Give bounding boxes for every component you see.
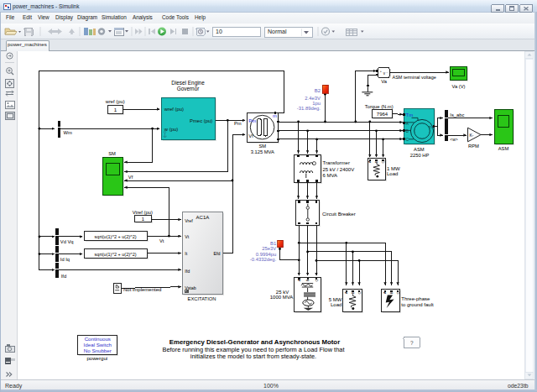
svg-text:powergui: powergui <box>86 355 107 361</box>
svg-text:3.125 MVA: 3.125 MVA <box>251 149 274 154</box>
svg-text:Vt: Vt <box>159 238 164 243</box>
svg-text:m: m <box>429 125 432 129</box>
svg-text:Pm: Pm <box>248 118 256 123</box>
svg-text:No Snubber: No Snubber <box>84 348 112 353</box>
svg-text:A: A <box>383 291 388 294</box>
svg-text:ASM: ASM <box>498 146 509 151</box>
svg-text:<w>: <w> <box>450 137 458 142</box>
svg-text:ASM terminal voltage: ASM terminal voltage <box>393 75 436 80</box>
svg-text:Id Iq: Id Iq <box>60 257 70 262</box>
svg-text:Torque (N.m): Torque (N.m) <box>365 104 394 109</box>
svg-text:Emergency Diesel-Generator and: Emergency Diesel-Generator and Asynchron… <box>169 338 340 346</box>
svg-text:A: A <box>297 279 301 281</box>
svg-text:Vf: Vf <box>248 133 253 139</box>
svg-text:B: B <box>389 291 394 294</box>
svg-text:Load: Load <box>387 171 398 176</box>
svg-text:SM: SM <box>108 151 116 156</box>
svg-text:Vtref (pu): Vtref (pu) <box>133 210 153 215</box>
svg-text:C: C <box>381 160 385 163</box>
svg-text:to ground fault: to ground fault <box>401 302 434 307</box>
svg-text:6 MVA: 6 MVA <box>323 173 338 178</box>
svg-text:K-: K- <box>470 133 474 138</box>
svg-text:1 MW: 1 MW <box>387 166 400 171</box>
svg-text:Ifd: Ifd <box>61 274 66 279</box>
svg-text:C: C <box>357 291 362 294</box>
svg-text:C: C <box>396 291 400 294</box>
svg-text:w (pu): w (pu) <box>164 127 178 132</box>
svg-text:C: C <box>315 279 319 281</box>
svg-text:Tm: Tm <box>406 112 414 118</box>
svg-text:-31.89deg.: -31.89deg. <box>297 106 321 111</box>
svg-text:2250 HP: 2250 HP <box>410 153 430 158</box>
svg-text:5 MW: 5 MW <box>329 297 342 302</box>
svg-text:EXCITATION: EXCITATION <box>188 296 216 301</box>
svg-text:1000 MVA: 1000 MVA <box>270 295 294 300</box>
svg-text:Pmec (pu): Pmec (pu) <box>190 118 212 123</box>
svg-text:sqrt(u(1)^2 + u(2)^2): sqrt(u(1)^2 + u(2)^2) <box>95 252 137 257</box>
svg-text:Is_abc: Is_abc <box>450 112 464 118</box>
svg-text:RPM: RPM <box>468 144 479 149</box>
svg-text:25 kV: 25 kV <box>276 290 289 295</box>
svg-text:Vf: Vf <box>128 175 133 180</box>
svg-text:sqrt(u(1)^2 + u(2)^2): sqrt(u(1)^2 + u(2)^2) <box>95 234 137 239</box>
svg-text:initializes the model to start: initializes the model to start from stea… <box>190 353 316 360</box>
svg-text:B: B <box>351 291 355 294</box>
svg-text:1: 1 <box>114 107 117 112</box>
svg-text:Vd Vq: Vd Vq <box>60 239 74 244</box>
svg-text:Transformer: Transformer <box>323 160 350 165</box>
svg-text:wref (pu): wref (pu) <box>105 99 125 104</box>
svg-text:B: B <box>406 129 409 133</box>
svg-text:AC1A: AC1A <box>196 215 210 220</box>
svg-text:B: B <box>374 160 378 163</box>
svg-text:7964: 7964 <box>377 112 388 117</box>
svg-text:+: + <box>380 69 383 73</box>
svg-text:B: B <box>305 279 310 281</box>
svg-text:Three-phase: Three-phase <box>401 296 430 301</box>
svg-text:?: ? <box>410 340 414 346</box>
svg-text:SM: SM <box>258 144 266 149</box>
svg-text:It: It <box>185 251 187 256</box>
svg-text:Not implemented: Not implemented <box>123 287 161 292</box>
svg-text:Circuit Breaker: Circuit Breaker <box>322 212 356 217</box>
svg-text:ASM: ASM <box>414 147 425 152</box>
svg-text:0.9994pu: 0.9994pu <box>256 252 277 257</box>
svg-text:Wm: Wm <box>64 130 72 135</box>
svg-text:B2: B2 <box>315 88 321 93</box>
svg-text:1: 1 <box>142 217 144 222</box>
svg-text:-0.4332deg.: -0.4332deg. <box>250 257 277 262</box>
svg-text:wref (pu): wref (pu) <box>164 107 184 112</box>
svg-text:Governor: Governor <box>177 86 201 91</box>
svg-text:A: A <box>344 291 348 294</box>
svg-text:Vt: Vt <box>185 234 190 239</box>
svg-text:A: A <box>368 160 372 163</box>
svg-text:Pm: Pm <box>234 121 242 126</box>
svg-text:Va (V): Va (V) <box>452 84 466 89</box>
svg-text:Load: Load <box>331 302 341 307</box>
svg-text:Efd: Efd <box>213 251 220 256</box>
svg-text:25 kV / 2400V: 25 kV / 2400V <box>323 167 355 172</box>
svg-text:Va: Va <box>381 79 387 84</box>
svg-text:Ifd: Ifd <box>185 269 190 274</box>
svg-text:25e3V: 25e3V <box>262 246 276 251</box>
svg-text:Vref: Vref <box>185 218 193 223</box>
